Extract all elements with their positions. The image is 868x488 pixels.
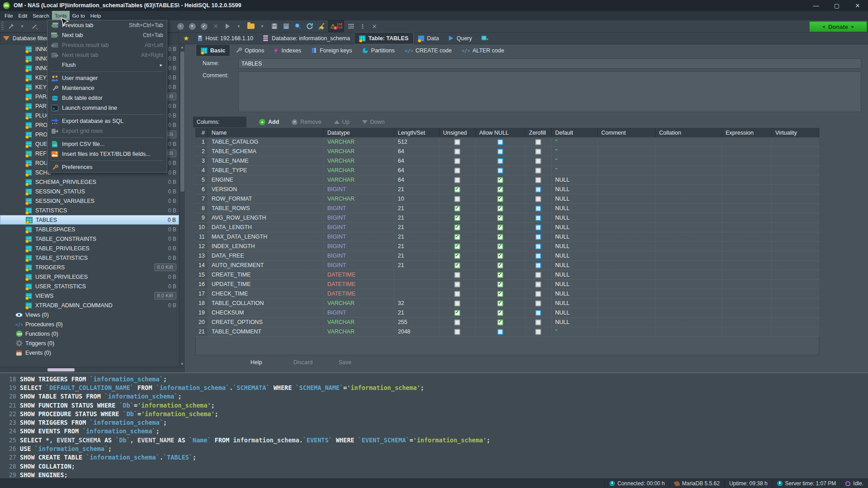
allow-null-checkbox[interactable]	[497, 272, 503, 278]
tree-item-xtradb-admin-command[interactable]: XTRADB_ADMIN_COMMAND0 B	[0, 300, 179, 310]
allow-null-checkbox[interactable]	[497, 300, 503, 306]
discard-button[interactable]: Discard	[287, 358, 319, 367]
comment-cell[interactable]	[598, 270, 656, 279]
collation-cell[interactable]	[656, 308, 722, 317]
tree-item-tablespaces[interactable]: TABLESPACES0 B	[0, 225, 179, 234]
tree-item-user-statistics[interactable]: USER_STATISTICS0 B	[0, 282, 179, 291]
main-tab-host-192-168-1-10[interactable]: Host: 192.168.1.10	[193, 33, 258, 44]
allow-null-checkbox[interactable]	[497, 319, 503, 325]
expression-cell[interactable]	[722, 223, 772, 232]
expression-cell[interactable]	[722, 185, 772, 194]
collation-cell[interactable]	[656, 147, 722, 156]
collation-cell[interactable]	[656, 280, 722, 289]
datatype-cell[interactable]: VARCHAR	[324, 175, 394, 184]
unsigned-checkbox[interactable]	[454, 177, 460, 183]
save-button[interactable]: Save	[332, 358, 358, 367]
default-cell[interactable]: NULL	[552, 280, 598, 289]
length-cell[interactable]: 21	[394, 261, 439, 270]
add-column-button[interactable]: + Add	[259, 119, 279, 125]
tree-item-session-variables[interactable]: SESSION_VARIABLES0 B	[0, 196, 179, 206]
zerofill-checkbox[interactable]	[535, 206, 541, 211]
execute-dropdown-icon[interactable]: ▼	[234, 21, 245, 31]
column-row-update_time[interactable]: 16UPDATE_TIMEDATETIMENULL	[195, 280, 819, 289]
zerofill-checkbox-cell[interactable]	[525, 232, 552, 241]
comment-cell[interactable]	[598, 194, 656, 203]
virtuality-cell[interactable]	[772, 318, 819, 327]
datatype-cell[interactable]: VARCHAR	[324, 156, 394, 165]
collation-cell[interactable]	[656, 185, 722, 194]
menubar-item-help[interactable]: Help	[88, 11, 104, 20]
zerofill-checkbox-cell[interactable]	[525, 175, 552, 184]
zerofill-checkbox-cell[interactable]	[525, 251, 552, 260]
unsigned-checkbox-cell[interactable]	[439, 299, 476, 308]
unsigned-checkbox-cell[interactable]	[439, 232, 476, 241]
length-cell[interactable]: 64	[394, 147, 439, 156]
subtab-foreign-keys[interactable]: Foreign keys	[307, 45, 357, 56]
zerofill-checkbox[interactable]	[535, 310, 541, 316]
menu-item-next-tab[interactable]: Next tabCtrl+Tab	[47, 30, 167, 40]
allow-null-checkbox-cell[interactable]	[476, 232, 525, 241]
subtab-partitions[interactable]: Partitions	[358, 45, 399, 56]
tree-item-user-privileges[interactable]: USER_PRIVILEGES0 B	[0, 272, 179, 282]
unsigned-checkbox[interactable]	[454, 158, 460, 164]
zerofill-checkbox[interactable]	[535, 272, 541, 278]
unsigned-checkbox-cell[interactable]	[439, 204, 476, 213]
zerofill-checkbox[interactable]	[535, 319, 541, 325]
zerofill-checkbox-cell[interactable]	[525, 223, 552, 232]
column-name-cell[interactable]: TABLE_COMMENT	[208, 327, 324, 336]
allow-null-checkbox[interactable]	[497, 234, 503, 240]
zerofill-checkbox[interactable]	[535, 329, 541, 335]
column-name-cell[interactable]: CHECK_TIME	[208, 289, 324, 298]
column-name-cell[interactable]: TABLE_NAME	[208, 156, 324, 165]
execute-sql-icon[interactable]	[222, 21, 233, 31]
length-cell[interactable]: 21	[394, 232, 439, 241]
default-cell[interactable]: NULL	[552, 185, 598, 194]
tree-item-schema-privileges[interactable]: SCHEMA_PRIVILEGES0 B	[0, 177, 179, 187]
collation-cell[interactable]	[656, 251, 722, 260]
zerofill-checkbox[interactable]	[535, 253, 541, 259]
scroll-down-arrow[interactable]: ▼	[179, 361, 185, 367]
remove-column-button[interactable]: ✕ Remove	[292, 119, 321, 125]
unsigned-checkbox[interactable]	[454, 149, 460, 155]
datatype-cell[interactable]: BIGINT	[324, 308, 394, 317]
column-row-table_schema[interactable]: 2TABLE_SCHEMAVARCHAR64''	[195, 147, 819, 156]
default-cell[interactable]: NULL	[552, 318, 598, 327]
column-row-engine[interactable]: 5ENGINEVARCHAR64NULL	[195, 175, 819, 185]
allow-null-checkbox[interactable]	[497, 225, 503, 230]
length-cell[interactable]: 21	[394, 185, 439, 194]
collation-cell[interactable]	[656, 194, 722, 203]
post-record-icon[interactable]: ✔	[198, 21, 209, 31]
column-row-check_time[interactable]: 17CHECK_TIMEDATETIMENULL	[195, 289, 819, 299]
column-header-zerofill[interactable]: Zerofill	[525, 128, 552, 137]
save-snippet-icon[interactable]	[281, 21, 292, 31]
virtuality-cell[interactable]	[772, 242, 819, 251]
unsigned-checkbox-cell[interactable]	[439, 261, 476, 270]
collation-cell[interactable]	[656, 289, 722, 298]
column-row-table_name[interactable]: 3TABLE_NAMEVARCHAR64''	[195, 156, 819, 166]
tree-item-functions-0-[interactable]: GOFunctions (0)	[0, 329, 179, 338]
zerofill-checkbox[interactable]	[535, 215, 541, 221]
default-cell[interactable]: NULL	[552, 251, 598, 260]
allow-null-checkbox-cell[interactable]	[476, 289, 525, 298]
default-cell[interactable]: ''	[552, 147, 598, 156]
zerofill-checkbox[interactable]	[535, 291, 541, 297]
allow-null-checkbox-cell[interactable]	[476, 327, 525, 336]
column-row-index_length[interactable]: 12INDEX_LENGTHBIGINT21NULL	[195, 242, 819, 251]
virtuality-cell[interactable]	[772, 289, 819, 298]
column-header-expression[interactable]: Expression	[722, 128, 772, 137]
allow-null-checkbox-cell[interactable]	[476, 261, 525, 270]
length-cell[interactable]: 64	[394, 175, 439, 184]
collation-cell[interactable]	[656, 270, 722, 279]
virtuality-cell[interactable]	[772, 232, 819, 241]
zerofill-checkbox[interactable]	[535, 139, 541, 145]
favorite-star-icon[interactable]: ★	[179, 33, 193, 44]
length-cell[interactable]: 64	[394, 156, 439, 165]
default-cell[interactable]: NULL	[552, 232, 598, 241]
unsigned-checkbox-cell[interactable]	[439, 270, 476, 279]
allow-null-checkbox[interactable]	[497, 177, 503, 183]
collation-cell[interactable]	[656, 223, 722, 232]
zerofill-checkbox-cell[interactable]	[525, 299, 552, 308]
zerofill-checkbox[interactable]	[535, 263, 541, 268]
zerofill-checkbox-cell[interactable]	[525, 156, 552, 165]
datatype-cell[interactable]: VARCHAR	[324, 166, 394, 175]
